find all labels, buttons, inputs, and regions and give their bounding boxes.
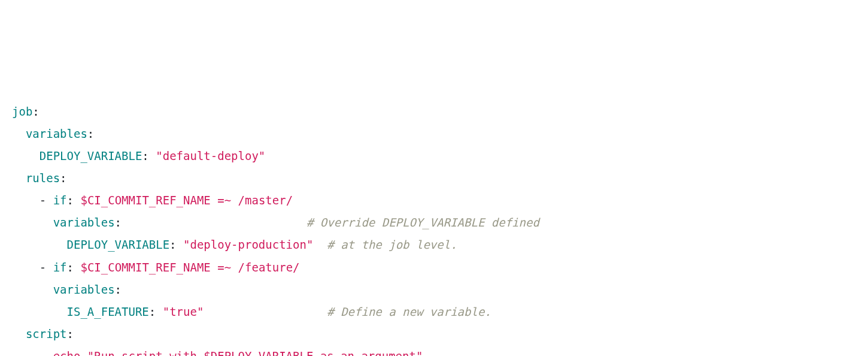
yaml-string: echo "Run script with $DEPLOY_VARIABLE a… xyxy=(53,349,423,356)
code-line: IS_A_FEATURE: "true" # Define a new vari… xyxy=(12,305,491,318)
yaml-dash: - xyxy=(40,194,46,207)
yaml-string: $CI_COMMIT_REF_NAME =~ /feature/ xyxy=(80,261,299,274)
code-line: - if: $CI_COMMIT_REF_NAME =~ /feature/ xyxy=(12,261,300,274)
yaml-key: rules xyxy=(26,171,60,185)
code-line: - if: $CI_COMMIT_REF_NAME =~ /master/ xyxy=(12,194,293,207)
yaml-code-block: job: variables: DEPLOY_VARIABLE: "defaul… xyxy=(12,101,856,356)
code-line: variables: xyxy=(12,283,122,296)
yaml-comment: # Override DEPLOY_VARIABLE defined xyxy=(306,216,539,229)
code-line: job: xyxy=(12,105,40,118)
yaml-colon: : xyxy=(67,327,74,340)
yaml-colon: : xyxy=(32,105,39,118)
yaml-colon: : xyxy=(115,216,122,229)
yaml-colon: : xyxy=(67,261,74,274)
yaml-colon: : xyxy=(169,238,176,251)
code-line: - echo "Run script with $DEPLOY_VARIABLE… xyxy=(12,349,423,356)
yaml-comment: # at the job level. xyxy=(327,238,457,251)
yaml-colon: : xyxy=(115,283,122,296)
code-line: variables: xyxy=(12,127,94,140)
yaml-key: variables xyxy=(53,283,115,296)
code-line: DEPLOY_VARIABLE: "default-deploy" xyxy=(12,149,265,162)
yaml-key: DEPLOY_VARIABLE xyxy=(67,238,170,251)
yaml-colon: : xyxy=(149,305,156,318)
code-line: script: xyxy=(12,327,74,340)
yaml-key: IS_A_FEATURE xyxy=(67,305,149,318)
yaml-dash: - xyxy=(40,349,46,356)
yaml-string: $CI_COMMIT_REF_NAME =~ /master/ xyxy=(80,194,293,207)
yaml-key: script xyxy=(26,327,67,340)
code-line: variables: # Override DEPLOY_VARIABLE de… xyxy=(12,216,539,229)
yaml-key: job xyxy=(12,105,32,118)
yaml-string: "true" xyxy=(163,305,204,318)
yaml-key: variables xyxy=(53,216,115,229)
yaml-colon: : xyxy=(67,194,74,207)
yaml-key: if xyxy=(53,194,67,207)
yaml-comment: # Define a new variable. xyxy=(327,305,491,318)
yaml-colon: : xyxy=(87,127,94,140)
yaml-string: "default-deploy" xyxy=(156,149,265,162)
yaml-string: "deploy-production" xyxy=(183,238,313,251)
code-line: DEPLOY_VARIABLE: "deploy-production" # a… xyxy=(12,238,457,251)
yaml-key: DEPLOY_VARIABLE xyxy=(40,149,142,162)
yaml-colon: : xyxy=(142,149,148,162)
yaml-colon: : xyxy=(60,171,66,185)
yaml-dash: - xyxy=(40,261,46,274)
yaml-key: if xyxy=(53,261,67,274)
code-line: rules: xyxy=(12,171,67,185)
yaml-key: variables xyxy=(26,127,87,140)
